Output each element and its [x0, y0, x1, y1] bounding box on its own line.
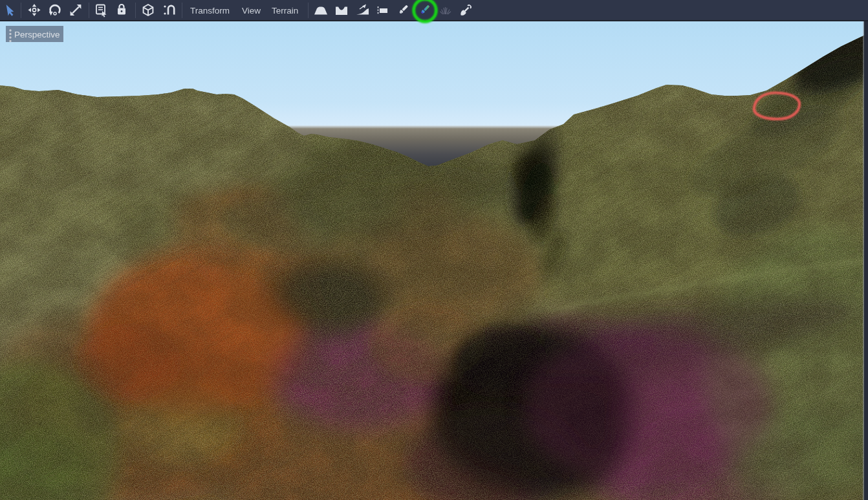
svg-text:Perspective: Perspective	[14, 30, 60, 39]
svg-text:Terrain: Terrain	[272, 6, 298, 16]
svg-text:Transform: Transform	[190, 6, 230, 16]
svg-text:View: View	[242, 6, 261, 16]
